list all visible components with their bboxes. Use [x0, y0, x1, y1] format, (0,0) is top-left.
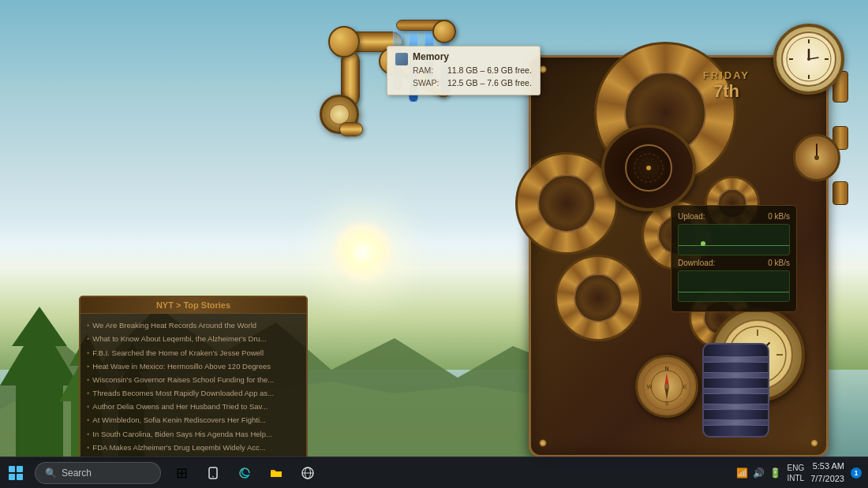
language-text: ENG INTL: [788, 463, 805, 483]
news-text: F.B.I. Searched the Home of Kraken's Jes…: [92, 347, 264, 359]
news-item[interactable]: •Wisconsin's Governor Raises School Fund…: [87, 373, 300, 386]
network-browser-button[interactable]: [294, 459, 322, 487]
news-bullet: •: [87, 441, 89, 453]
clock-display[interactable]: 5:53 AM 7/7/2023: [810, 460, 844, 485]
svg-text:E: E: [683, 384, 687, 389]
news-item[interactable]: •At Wimbledon, Sofia Kenin Rediscovers H…: [87, 413, 300, 427]
news-text: In South Carolina, Biden Says His Agenda…: [92, 428, 272, 440]
news-list: •We Are Breaking Heat Records Around the…: [80, 314, 306, 459]
svg-point-31: [814, 155, 819, 160]
svg-text:W: W: [646, 384, 652, 389]
start-button[interactable]: [0, 457, 32, 489]
svg-text:S: S: [664, 400, 668, 406]
news-item[interactable]: •In South Carolina, Biden Says His Agend…: [87, 427, 300, 441]
news-bullet: •: [87, 428, 89, 440]
small-gauge-1: [793, 134, 840, 181]
svg-point-7: [807, 58, 810, 61]
memory-icon: [395, 53, 408, 65]
upload-value: 0 kB/s: [768, 212, 790, 221]
volume-icon[interactable]: 🔊: [753, 468, 765, 479]
taskbar: 🔍 Search ⊞: [0, 456, 868, 488]
taskbar-icons: ⊞: [167, 459, 322, 487]
svg-text:N: N: [664, 366, 668, 371]
phone-link-button[interactable]: [199, 459, 227, 487]
swap-value: 12.5 GB – 7.6 GB free.: [447, 77, 532, 90]
news-bullet: •: [87, 387, 89, 399]
day-number: 7th: [703, 81, 750, 102]
system-icons: 📶 🔊 🔋: [736, 468, 781, 479]
news-item[interactable]: •Author Delia Owens and Her Husband Trie…: [87, 400, 300, 413]
win-pane-br: [17, 474, 23, 480]
search-box[interactable]: 🔍 Search: [35, 462, 161, 484]
panel-knob-3: [832, 181, 848, 205]
search-text: Search: [62, 468, 92, 479]
news-text: Wisconsin's Governor Raises School Fundi…: [92, 374, 274, 386]
cylinder-widget: [702, 343, 769, 438]
news-item[interactable]: •We Are Breaking Heat Records Around the…: [87, 319, 300, 332]
news-bullet: •: [87, 360, 89, 372]
news-bullet: •: [87, 333, 89, 345]
upload-graph: [678, 224, 790, 255]
svg-rect-34: [271, 471, 282, 477]
upload-label: Upload:: [678, 212, 705, 221]
news-bullet: •: [87, 400, 89, 412]
notification-count: 1: [854, 469, 858, 477]
windows-logo: [9, 466, 23, 480]
news-item[interactable]: •Threads Becomes Most Rapidly Downloaded…: [87, 386, 300, 400]
clock-face-inner: [781, 32, 836, 87]
news-item[interactable]: •Heat Wave in Mexico: Hermosillo Above 1…: [87, 359, 300, 373]
ram-value: 11.8 GB – 6.9 GB free.: [447, 65, 532, 77]
edge-button[interactable]: [230, 459, 259, 487]
gramophone-widget: [601, 125, 696, 211]
svg-point-28: [664, 384, 669, 389]
search-icon: 🔍: [45, 468, 57, 479]
file-explorer-button[interactable]: [262, 459, 290, 487]
network-widget: Upload: 0 kB/s Download: 0 kB/s: [671, 205, 797, 312]
win-pane-bl: [9, 474, 15, 480]
news-bullet: •: [87, 319, 89, 331]
news-widget: NYT > Top Stories •We Are Breaking Heat …: [79, 296, 308, 460]
download-label: Download:: [678, 259, 715, 267]
news-text: Author Delia Owens and Her Husband Tried…: [92, 400, 268, 412]
memory-title: Memory: [413, 51, 532, 62]
news-text: What to Know About Leqembi, the Alzheime…: [92, 333, 266, 345]
download-graph: [678, 270, 790, 302]
language-indicator[interactable]: ENG INTL: [788, 463, 805, 483]
memory-widget: Memory RAM: 11.8 GB – 6.9 GB free. SWAP:…: [387, 46, 541, 95]
day-name: FRIDAY: [703, 69, 750, 81]
news-text: We Are Breaking Heat Records Around the …: [92, 319, 256, 331]
swap-label: SWAP:: [413, 77, 444, 90]
compass-widget: N S E W: [635, 355, 698, 418]
svg-point-11: [646, 166, 651, 170]
notification-badge[interactable]: 1: [851, 468, 862, 479]
battery-icon[interactable]: 🔋: [769, 468, 781, 479]
win-pane-tl: [9, 466, 15, 472]
svg-point-33: [212, 475, 214, 477]
news-text: Threads Becomes Most Rapidly Downloaded …: [92, 387, 274, 399]
news-bullet: •: [87, 414, 89, 426]
clock-time: 5:53 AM: [810, 460, 844, 472]
news-bullet: •: [87, 347, 89, 359]
steampunk-panel: FRIDAY 7th: [513, 24, 844, 465]
news-text: At Wimbledon, Sofia Kenin Rediscovers He…: [92, 414, 266, 426]
news-item[interactable]: •What to Know About Leqembi, the Alzheim…: [87, 332, 300, 345]
ram-label: RAM:: [413, 65, 444, 77]
day-display: FRIDAY 7th: [703, 69, 750, 102]
clock-date: 7/7/2023: [810, 473, 844, 485]
win-pane-tr: [17, 466, 23, 472]
news-text: FDA Makes Alzheimer's Drug Leqembi Widel…: [92, 441, 265, 453]
news-bullet: •: [87, 374, 89, 386]
clock-widget: [773, 24, 844, 95]
news-item[interactable]: •F.B.I. Searched the Home of Kraken's Je…: [87, 346, 300, 359]
news-header: NYT > Top Stories: [80, 297, 306, 314]
news-text: Heat Wave in Mexico: Hermosillo Above 12…: [92, 360, 271, 372]
news-item[interactable]: •FDA Makes Alzheimer's Drug Leqembi Wide…: [87, 441, 300, 454]
taskbar-tray: 📶 🔊 🔋 ENG INTL 5:53 AM 7/7/2023 1: [736, 460, 869, 485]
gramophone-inner: [625, 144, 672, 192]
wifi-icon[interactable]: 📶: [736, 468, 748, 479]
widgets-button[interactable]: ⊞: [167, 459, 196, 487]
download-value: 0 kB/s: [768, 259, 790, 267]
